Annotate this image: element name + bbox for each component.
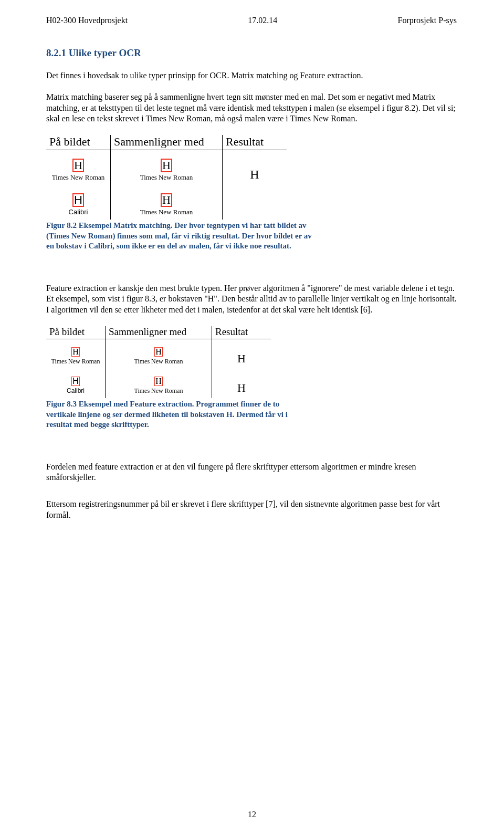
font-label: Times New Roman (140, 173, 193, 182)
table-cell: H Times New Roman (111, 150, 223, 185)
font-label: Calibri (69, 208, 88, 216)
glyph-letter: H (161, 159, 172, 172)
figure-8-2-table: På bildet Sammenligner med Resultat H Ti… (46, 135, 287, 220)
table-header: Resultat (212, 326, 271, 339)
figure-8-2-caption: Figur 8.2 Eksempel Matrix matching. Der … (46, 221, 319, 252)
table-header: Sammenligner med (111, 135, 223, 150)
table-cell (223, 185, 287, 220)
header-left: H02-300 Hovedprosjekt (46, 16, 128, 25)
font-label: Times New Roman (51, 358, 100, 366)
body-paragraph: Fordelen med feature extraction er at de… (46, 462, 457, 484)
glyph-letter: H (71, 347, 80, 357)
table-cell: H Times New Roman (106, 339, 212, 369)
table-header: På bildet (46, 326, 106, 339)
header-right: Forprosjekt P-sys (398, 16, 457, 25)
table-cell: H Times New Roman (111, 185, 223, 220)
table-header: På bildet (46, 135, 111, 150)
result-letter: H (237, 381, 246, 394)
table-cell: H Calibri (46, 185, 111, 220)
header-center: 17.02.14 (248, 16, 277, 25)
font-label: Times New Roman (140, 208, 193, 216)
table-cell: H Times New Roman (46, 150, 111, 185)
table-cell: H Calibri (46, 369, 106, 398)
body-paragraph: Det finnes i hovedsak to ulike typer pri… (46, 70, 457, 81)
table-cell: H (212, 369, 271, 398)
glyph-letter: H (72, 159, 84, 172)
table-cell: H Times New Roman (106, 369, 212, 398)
table-header: Resultat (223, 135, 287, 150)
glyph-letter: H (72, 193, 84, 207)
table-cell: H (223, 150, 287, 185)
table-cell: H Times New Roman (46, 339, 106, 369)
body-paragraph: Ettersom registreringsnummer på bil er s… (46, 499, 457, 521)
font-label: Times New Roman (52, 173, 105, 182)
figure-8-3-caption: Figur 8.3 Eksempel med Feature extractio… (46, 399, 309, 430)
page-header: H02-300 Hovedprosjekt 17.02.14 Forprosje… (46, 16, 457, 25)
page-number: 12 (0, 810, 504, 819)
table-cell: H (212, 339, 271, 369)
body-paragraph: Feature extraction er kanskje den mest b… (46, 283, 457, 316)
result-letter: H (250, 168, 259, 181)
section-heading: 8.2.1 Ulike typer OCR (46, 47, 457, 59)
figure-8-3-table: På bildet Sammenligner med Resultat H Ti… (46, 326, 271, 398)
font-label: Calibri (67, 387, 85, 394)
glyph-letter: H (154, 377, 163, 386)
glyph-letter: H (154, 347, 163, 357)
body-paragraph: Matrix matching baserer seg på å sammenl… (46, 92, 457, 124)
table-header: Sammenligner med (106, 326, 212, 339)
font-label: Times New Roman (134, 387, 183, 395)
font-label: Times New Roman (134, 358, 183, 366)
glyph-letter: H (161, 193, 172, 207)
result-letter: H (237, 352, 246, 365)
glyph-letter: H (71, 377, 80, 386)
document-page: H02-300 Hovedprosjekt 17.02.14 Forprosje… (0, 0, 504, 834)
